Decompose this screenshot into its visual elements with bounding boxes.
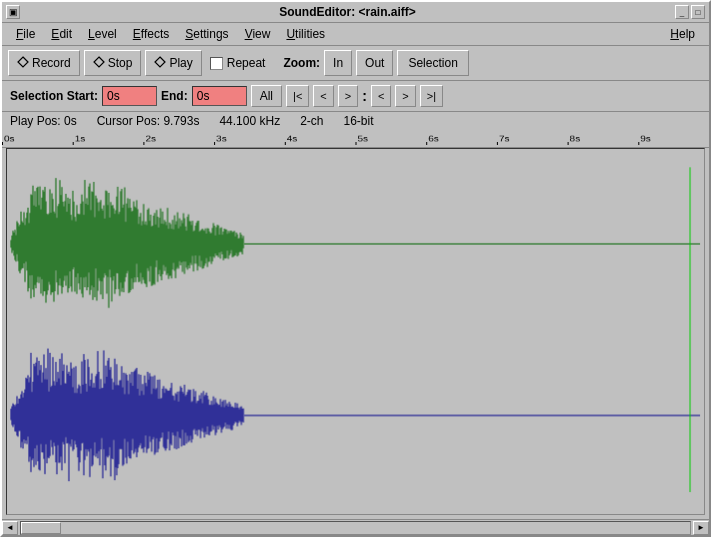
play-label: Play xyxy=(169,56,192,70)
nav-next-button[interactable]: > xyxy=(338,85,358,107)
bit-depth: 16-bit xyxy=(343,114,373,128)
waveform-area: ◄ ► xyxy=(2,130,709,535)
main-window: ▣ SoundEditor: <rain.aiff> _ □ File Edit… xyxy=(0,0,711,537)
menu-effects[interactable]: Effects xyxy=(125,25,177,43)
menu-utilities[interactable]: Utilities xyxy=(278,25,333,43)
menu-file[interactable]: File xyxy=(8,25,43,43)
scroll-right-button[interactable]: ► xyxy=(693,521,709,535)
waveform-display[interactable] xyxy=(6,148,705,515)
record-button[interactable]: Record xyxy=(8,50,80,76)
nav-first-button[interactable]: |< xyxy=(286,85,309,107)
start-input[interactable] xyxy=(102,86,157,106)
zoom-out-button[interactable]: Out xyxy=(356,50,393,76)
scroll-left-button[interactable]: ◄ xyxy=(2,521,18,535)
zoom-out-label: Out xyxy=(365,56,384,70)
nav-next2-button[interactable]: > xyxy=(395,85,415,107)
nav-last-button[interactable]: >| xyxy=(420,85,443,107)
menu-settings[interactable]: Settings xyxy=(177,25,236,43)
toolbar: Record Stop Play Repeat Zoom: In Out Sel… xyxy=(2,46,709,81)
record-diamond-icon xyxy=(17,56,29,71)
time-ruler xyxy=(2,130,709,148)
zoom-in-label: In xyxy=(333,56,343,70)
stop-button[interactable]: Stop xyxy=(84,50,142,76)
play-diamond-icon xyxy=(154,56,166,71)
scroll-thumb[interactable] xyxy=(21,522,61,534)
menu-view[interactable]: View xyxy=(237,25,279,43)
window-menu-icon[interactable]: ▣ xyxy=(6,5,20,19)
all-label: All xyxy=(260,89,273,103)
menu-edit[interactable]: Edit xyxy=(43,25,80,43)
end-label: End: xyxy=(161,89,188,103)
title-bar: ▣ SoundEditor: <rain.aiff> _ □ xyxy=(2,2,709,23)
nav-prev2-button[interactable]: < xyxy=(371,85,391,107)
svg-marker-1 xyxy=(94,57,104,67)
zoom-label: Zoom: xyxy=(283,56,320,70)
end-input[interactable] xyxy=(192,86,247,106)
selection-bar: Selection Start: End: All |< < > : < > >… xyxy=(2,81,709,112)
menu-help[interactable]: Help xyxy=(662,25,703,43)
selection-button[interactable]: Selection xyxy=(397,50,468,76)
play-button[interactable]: Play xyxy=(145,50,201,76)
selection-label: Selection xyxy=(408,56,457,70)
channels: 2-ch xyxy=(300,114,323,128)
colon-separator: : xyxy=(362,88,367,104)
play-pos: Play Pos: 0s xyxy=(10,114,77,128)
all-button[interactable]: All xyxy=(251,85,282,107)
info-bar: Play Pos: 0s Cursor Pos: 9.793s 44.100 k… xyxy=(2,112,709,130)
svg-marker-2 xyxy=(155,57,165,67)
sample-rate: 44.100 kHz xyxy=(219,114,280,128)
waveform-canvas xyxy=(7,149,704,514)
svg-marker-0 xyxy=(18,57,28,67)
menu-bar: File Edit Level Effects Settings View Ut… xyxy=(2,23,709,46)
stop-label: Stop xyxy=(108,56,133,70)
repeat-checkbox[interactable] xyxy=(210,57,223,70)
cursor-pos: Cursor Pos: 9.793s xyxy=(97,114,200,128)
nav-prev-button[interactable]: < xyxy=(313,85,333,107)
horizontal-scrollbar: ◄ ► xyxy=(2,519,709,535)
start-label: Selection Start: xyxy=(10,89,98,103)
ruler-canvas xyxy=(2,132,709,145)
window-title: SoundEditor: <rain.aiff> xyxy=(26,5,669,19)
maximize-button[interactable]: □ xyxy=(691,5,705,19)
zoom-in-button[interactable]: In xyxy=(324,50,352,76)
scroll-track[interactable] xyxy=(20,521,691,535)
repeat-control: Repeat xyxy=(206,54,270,72)
record-label: Record xyxy=(32,56,71,70)
menu-level[interactable]: Level xyxy=(80,25,125,43)
title-bar-buttons: _ □ xyxy=(675,5,705,19)
repeat-label: Repeat xyxy=(227,56,266,70)
minimize-button[interactable]: _ xyxy=(675,5,689,19)
stop-diamond-icon xyxy=(93,56,105,71)
